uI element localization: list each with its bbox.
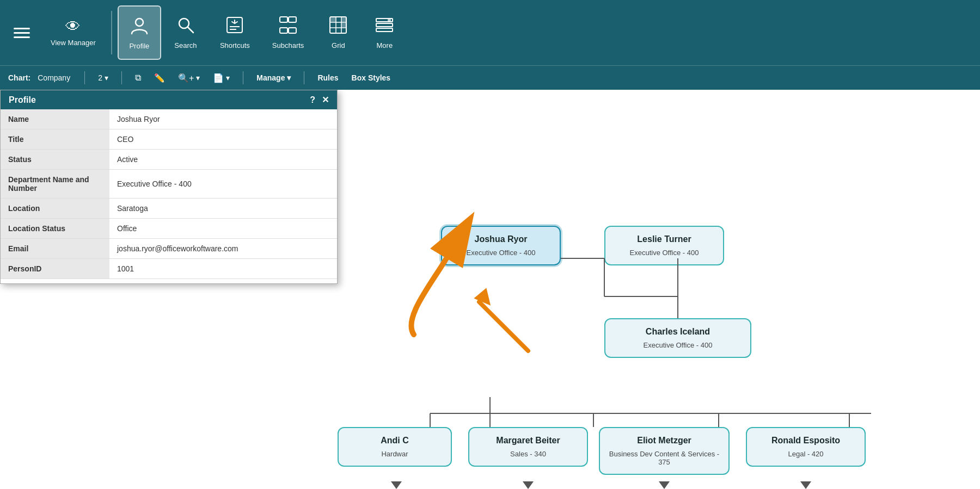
org-box-margaret-beiter[interactable]: Margaret Beiter Sales - 340 [468,427,588,467]
org-box-dept-joshua: Executive Office - 400 [451,249,551,257]
profile-panel-actions: ? ✕ [310,95,329,105]
svg-point-21 [388,18,391,22]
profile-panel-title: Profile [9,95,36,105]
profile-field-value: Executive Office - 400 [109,170,337,199]
profile-field-label: Location Status [1,219,109,239]
down-arrow-eliot [659,481,670,489]
org-box-andi-c[interactable]: Andi C Hardwar [338,427,452,467]
org-box-name-margaret: Margaret Beiter [478,436,578,445]
svg-rect-20 [376,28,393,32]
profile-field-label: Name [1,109,109,129]
search-label: Search [174,41,197,49]
org-box-name-joshua: Joshua Ryor [451,234,551,244]
shortcuts-label: Shortcuts [220,41,250,49]
view-manager-button[interactable]: 👁 View Manager [41,5,106,60]
svg-rect-6 [280,17,287,22]
grid-label: Grid [332,41,345,49]
zoom-button[interactable]: 🔍+ ▾ [174,71,204,85]
org-box-name-leslie: Leslie Turner [614,234,714,244]
sec-divider-4 [304,71,304,84]
grid-icon [329,16,347,37]
down-arrow-ronald [800,481,811,489]
svg-rect-19 [376,23,393,27]
profile-table-row: Location Saratoga [1,199,337,219]
sec-divider-1 [84,71,85,84]
box-styles-button[interactable]: Box Styles [347,72,395,84]
zoom-chevron-icon: ▾ [196,73,200,82]
svg-rect-17 [342,23,346,27]
profile-button[interactable]: Profile [118,5,161,60]
profile-table-row: Department Name and Number Executive Off… [1,170,337,199]
subcharts-button[interactable]: Subcharts [262,5,314,60]
subcharts-label: Subcharts [272,41,304,49]
profile-table-row: Location Status Office [1,219,337,239]
chevron-down-icon: ▾ [105,73,108,82]
org-box-joshua-ryor[interactable]: Joshua Ryor Executive Office - 400 [441,226,561,265]
org-box-dept-eliot: Business Dev Content & Services - 375 [609,450,720,466]
edit-button[interactable]: ✏️ [150,71,169,85]
filter-button[interactable]: ⧉ [131,71,145,84]
document-icon: 📄 [213,73,224,83]
profile-field-label: Email [1,239,109,259]
profile-field-label: PersonID [1,259,109,279]
export-chevron-icon: ▾ [226,73,230,82]
profile-panel: Profile ? ✕ Name Joshua Ryor Title CEO S… [0,90,338,284]
profile-table-row: Status Active [1,150,337,170]
profile-table-row: PersonID 1001 [1,259,337,279]
rules-button[interactable]: Rules [313,72,342,84]
svg-rect-16 [342,17,346,22]
more-icon [375,16,394,37]
org-box-name-andi: Andi C [347,436,442,445]
manage-chevron-icon: ▾ [287,73,291,82]
hamburger-menu-button[interactable] [5,5,38,60]
rules-label: Rules [317,73,338,82]
profile-field-label: Status [1,150,109,170]
org-box-charles-iceland[interactable]: Charles Iceland Executive Office - 400 [604,318,751,358]
org-box-leslie-turner[interactable]: Leslie Turner Executive Office - 400 [604,226,724,265]
toolbar-divider-1 [111,11,112,54]
profile-field-label: Location [1,199,109,219]
box-styles-label: Box Styles [352,73,391,82]
down-arrow-margaret [523,481,534,489]
search-button[interactable]: Search [164,5,207,60]
manage-button[interactable]: Manage ▾ [252,72,295,84]
profile-close-button[interactable]: ✕ [322,95,329,105]
profile-panel-header: Profile ? ✕ [1,90,337,109]
profile-field-value: Office [109,219,337,239]
level-selector[interactable]: 2 ▾ [94,72,113,84]
org-box-ronald-esposito[interactable]: Ronald Esposito Legal - 420 [746,427,866,467]
search-icon [176,16,195,37]
view-manager-label: View Manager [51,39,96,47]
svg-rect-15 [330,17,335,22]
filter-icon: ⧉ [135,73,141,83]
level-count: 2 [98,73,102,82]
chart-label: Chart: [8,73,30,82]
export-button[interactable]: 📄 ▾ [209,71,234,85]
svg-rect-8 [280,28,287,33]
org-box-dept-ronald: Legal - 420 [756,450,856,458]
org-box-eliot-metzger[interactable]: Eliot Metzger Business Dev Content & Ser… [599,427,730,475]
profile-icon [130,15,149,38]
profile-field-value: 1001 [109,259,337,279]
secondary-toolbar: Chart: Company 2 ▾ ⧉ ✏️ 🔍+ ▾ 📄 ▾ Manage … [0,65,980,90]
profile-help-button[interactable]: ? [310,95,315,105]
profile-table: Name Joshua Ryor Title CEO Status Active… [1,109,337,279]
pencil-icon: ✏️ [154,73,165,83]
grid-button[interactable]: Grid [316,5,360,60]
profile-table-row: Name Joshua Ryor [1,109,337,129]
subcharts-icon [279,16,297,37]
main-content-area: Profile ? ✕ Name Joshua Ryor Title CEO S… [0,90,980,489]
svg-rect-7 [289,17,296,22]
svg-marker-36 [474,288,497,311]
svg-line-2 [188,27,193,33]
org-box-dept-leslie: Executive Office - 400 [614,249,714,257]
shortcuts-button[interactable]: Shortcuts [210,5,260,60]
profile-field-label: Title [1,129,109,150]
org-box-dept-margaret: Sales - 340 [478,450,578,458]
more-label: More [377,41,393,49]
more-button[interactable]: More [363,5,406,60]
org-box-name-charles: Charles Iceland [614,327,742,337]
org-box-name-eliot: Eliot Metzger [609,436,720,445]
profile-field-value: Saratoga [109,199,337,219]
profile-field-value: CEO [109,129,337,150]
